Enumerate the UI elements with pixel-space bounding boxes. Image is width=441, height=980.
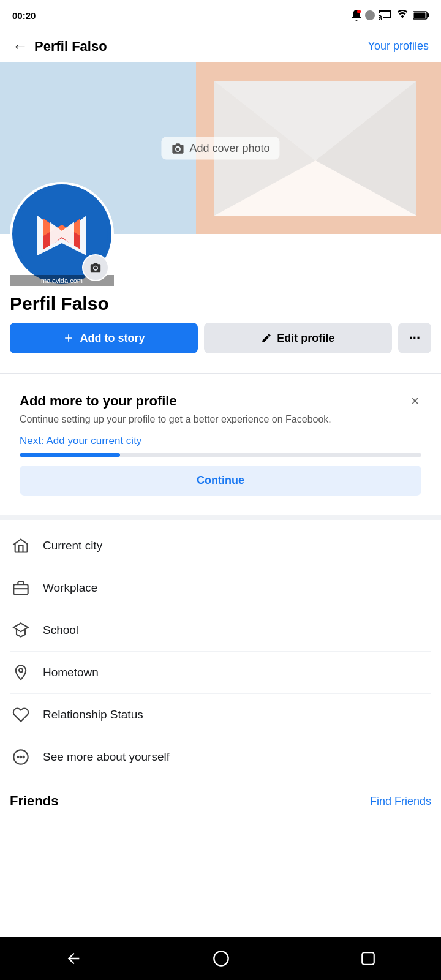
- list-item[interactable]: See more about yourself: [10, 736, 431, 778]
- heart-icon: [10, 704, 32, 726]
- workplace-label: Workplace: [43, 581, 97, 595]
- current-city-label: Current city: [43, 539, 102, 552]
- profile-name: Perfil Falso: [10, 293, 431, 314]
- status-icons: [352, 10, 429, 21]
- school-icon: [10, 619, 32, 641]
- back-button[interactable]: ←: [12, 37, 28, 56]
- your-profiles-link[interactable]: Your profiles: [368, 40, 429, 53]
- progress-bar: [20, 453, 421, 457]
- list-item[interactable]: Current city: [10, 525, 431, 567]
- bottom-nav: [0, 937, 441, 980]
- see-more-label: See more about yourself: [43, 750, 170, 764]
- briefcase-icon: [10, 577, 32, 599]
- card-header: Add more to your profile ×: [20, 393, 421, 409]
- add-cover-label: Add cover photo: [189, 142, 270, 155]
- next-step-text: Next: Add your current city: [20, 435, 421, 447]
- dots-circle-icon: [10, 746, 32, 768]
- nav-left: ← Perfil Falso: [12, 37, 107, 56]
- profile-completion-card: Add more to your profile × Continue sett…: [10, 383, 431, 505]
- svg-point-11: [176, 147, 179, 150]
- camera-small-icon: [89, 262, 102, 273]
- hometown-label: Hometown: [43, 666, 99, 679]
- cast-icon: [379, 10, 392, 21]
- status-time: 00:20: [12, 10, 36, 21]
- pencil-icon: [261, 333, 272, 344]
- svg-point-17: [94, 266, 97, 270]
- notification-icon: [352, 10, 361, 21]
- more-button[interactable]: ···: [398, 323, 431, 353]
- bottom-spacer: [0, 814, 441, 863]
- add-cover-photo-button[interactable]: Add cover photo: [161, 137, 279, 160]
- profile-section: malavida.com Perfil Falso Add to story E…: [0, 182, 441, 373]
- profile-info-list: Current city Workplace School: [0, 520, 441, 783]
- list-item[interactable]: Relationship Status: [10, 694, 431, 736]
- continue-button[interactable]: Continue: [20, 466, 421, 496]
- list-item[interactable]: Workplace: [10, 567, 431, 609]
- close-card-button[interactable]: ×: [409, 393, 421, 409]
- section-divider-1: [0, 373, 441, 374]
- page-title: Perfil Falso: [34, 39, 107, 55]
- friends-title: Friends: [10, 793, 58, 809]
- add-to-story-button[interactable]: Add to story: [10, 323, 198, 353]
- svg-rect-27: [362, 952, 374, 965]
- square-nav-icon: [360, 951, 376, 967]
- progress-fill: [20, 453, 120, 457]
- svg-point-0: [357, 10, 361, 13]
- card-description: Continue setting up your profile to get …: [20, 413, 421, 426]
- school-label: School: [43, 624, 78, 637]
- camera-icon: [171, 142, 184, 154]
- find-friends-link[interactable]: Find Friends: [370, 795, 431, 808]
- circle-icon: [365, 10, 375, 20]
- svg-point-1: [365, 10, 375, 20]
- list-item[interactable]: School: [10, 609, 431, 652]
- more-dots-label: ···: [409, 330, 420, 346]
- section-divider-2: [0, 515, 441, 520]
- svg-rect-18: [13, 585, 28, 595]
- recents-nav-button[interactable]: [360, 951, 376, 967]
- svg-rect-4: [414, 13, 426, 18]
- svg-point-26: [214, 951, 228, 965]
- svg-point-23: [17, 756, 18, 758]
- location-icon: [10, 662, 32, 684]
- list-item[interactable]: Hometown: [10, 652, 431, 694]
- relationship-label: Relationship Status: [43, 708, 143, 722]
- action-buttons: Add to story Edit profile ···: [10, 323, 431, 353]
- avatar-camera-button[interactable]: [82, 254, 109, 281]
- top-nav: ← Perfil Falso Your profiles: [0, 31, 441, 62]
- home-icon: [10, 535, 32, 557]
- card-title: Add more to your profile: [20, 393, 177, 409]
- circle-nav-icon: [213, 950, 230, 967]
- friends-section: Friends Find Friends: [0, 783, 441, 814]
- edit-profile-label: Edit profile: [277, 332, 334, 345]
- avatar-wrapper: malavida.com: [10, 182, 114, 286]
- back-nav-button[interactable]: [65, 950, 82, 967]
- svg-marker-20: [13, 624, 28, 632]
- home-nav-button[interactable]: [213, 950, 230, 967]
- wifi-icon: [396, 10, 409, 21]
- svg-point-24: [20, 756, 21, 758]
- plus-icon: [62, 332, 75, 344]
- battery-icon: [413, 11, 429, 20]
- add-story-label: Add to story: [80, 332, 145, 345]
- svg-rect-3: [427, 13, 429, 17]
- status-bar: 00:20: [0, 0, 441, 31]
- svg-point-21: [19, 669, 23, 673]
- svg-point-25: [23, 756, 24, 758]
- edit-profile-button[interactable]: Edit profile: [204, 323, 392, 353]
- back-triangle-icon: [65, 950, 82, 967]
